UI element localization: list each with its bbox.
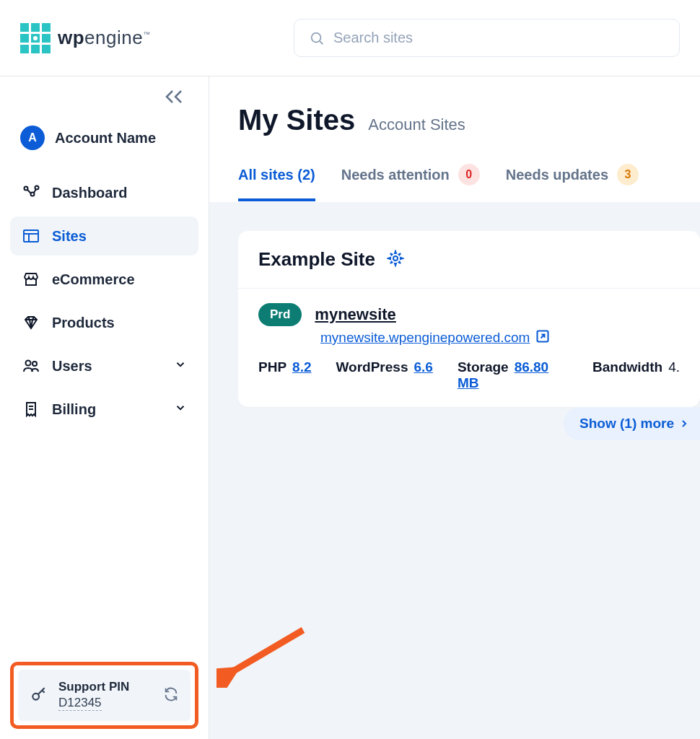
logo[interactable]: wpengine™ — [20, 23, 151, 53]
show-more-button[interactable]: Show (1) more — [564, 407, 700, 440]
sidebar-item-ecommerce[interactable]: eCommerce — [10, 260, 198, 299]
receipt-icon — [22, 400, 40, 419]
sidebar-item-dashboard[interactable]: Dashboard — [10, 173, 198, 212]
svg-rect-7 — [20, 45, 29, 53]
sites-icon — [22, 227, 40, 245]
stat-label-php: PHP — [258, 359, 286, 375]
tab-label: Needs attention — [341, 167, 450, 183]
account-name: Account Name — [55, 130, 156, 147]
svg-line-11 — [320, 41, 323, 44]
stat-value-bandwidth: 4. — [668, 359, 680, 375]
svg-point-22 — [32, 693, 39, 699]
page-subtitle: Account Sites — [368, 115, 465, 134]
collapse-sidebar-button[interactable] — [10, 89, 198, 108]
search-input-wrap[interactable] — [294, 19, 680, 57]
page-title: My Sites — [238, 104, 355, 136]
search-input[interactable] — [333, 30, 665, 46]
storefront-icon — [22, 270, 40, 289]
chevron-down-icon — [174, 358, 187, 375]
sidebar-item-label: Billing — [52, 401, 96, 418]
chevron-right-icon — [678, 418, 690, 429]
account-avatar: A — [20, 126, 45, 150]
logo-icon — [20, 23, 51, 53]
sidebar-item-label: Users — [52, 358, 92, 375]
sidebar-item-label: eCommerce — [52, 271, 135, 288]
count-badge: 3 — [617, 164, 639, 185]
stat-label-storage: Storage — [458, 359, 509, 375]
site-card-title: Example Site — [258, 248, 375, 271]
stat-label-bandwidth: Bandwidth — [592, 359, 662, 375]
svg-rect-1 — [31, 23, 40, 32]
nav: Dashboard Sites eCommerce Products — [10, 173, 198, 429]
external-link-icon[interactable] — [535, 329, 550, 346]
support-pin-label: Support PIN — [58, 680, 153, 694]
sidebar-item-label: Products — [52, 315, 115, 331]
svg-rect-3 — [20, 34, 29, 43]
support-pin-value: D12345 — [58, 696, 102, 711]
stat-value-wordpress[interactable]: 6.6 — [414, 359, 432, 375]
tab-all-sites[interactable]: All sites (2) — [238, 164, 315, 201]
sidebar-item-products[interactable]: Products — [10, 303, 198, 342]
key-icon — [30, 685, 48, 707]
refresh-icon[interactable] — [163, 686, 179, 705]
svg-rect-9 — [42, 45, 51, 53]
svg-rect-8 — [31, 45, 40, 53]
account-selector[interactable]: A Account Name — [10, 120, 198, 166]
logo-text: wpengine™ — [58, 27, 151, 49]
content-area: Example Site Prd mynewsite mynewsite.wpe… — [209, 202, 700, 739]
chevron-down-icon — [174, 401, 187, 418]
svg-point-10 — [312, 32, 321, 42]
site-card: Example Site Prd mynewsite mynewsite.wpe… — [238, 231, 700, 407]
sidebar-item-sites[interactable]: Sites — [10, 217, 198, 255]
support-pin-box: Support PIN D12345 — [10, 662, 198, 729]
svg-rect-15 — [24, 230, 38, 242]
search-wrap — [294, 19, 680, 57]
header: wpengine™ — [0, 0, 700, 76]
diamond-icon — [22, 313, 40, 332]
tab-needs-attention[interactable]: Needs attention 0 — [341, 164, 480, 201]
stat-label-wordpress: WordPress — [336, 359, 408, 375]
show-more-label: Show (1) more — [579, 416, 674, 432]
sidebar-item-users[interactable]: Users — [10, 346, 198, 385]
count-badge: 0 — [458, 164, 480, 185]
sidebar: A Account Name Dashboard Sites eC — [0, 76, 209, 739]
site-url-link[interactable]: mynewsite.wpenginepowered.com — [320, 330, 530, 346]
svg-point-19 — [32, 362, 37, 366]
tab-label: Needs updates — [506, 167, 608, 183]
sidebar-item-label: Sites — [52, 228, 87, 245]
chevron-left-double-icon — [164, 89, 185, 104]
svg-point-18 — [26, 361, 31, 366]
main: My Sites Account Sites All sites (2) Nee… — [209, 76, 700, 739]
tab-label: All sites (2) — [238, 167, 315, 183]
users-icon — [22, 357, 40, 375]
svg-point-23 — [393, 256, 398, 261]
sidebar-item-label: Dashboard — [52, 185, 127, 201]
svg-rect-6 — [42, 34, 51, 43]
site-name-link[interactable]: mynewsite — [315, 305, 396, 324]
env-badge: Prd — [258, 303, 302, 326]
svg-point-5 — [33, 36, 38, 40]
stat-value-php[interactable]: 8.2 — [292, 359, 311, 375]
gear-icon[interactable] — [387, 250, 404, 270]
sidebar-item-billing[interactable]: Billing — [10, 390, 198, 429]
svg-point-12 — [25, 187, 28, 191]
dashboard-icon — [22, 183, 40, 202]
tab-needs-updates[interactable]: Needs updates 3 — [506, 164, 639, 201]
support-pin[interactable]: Support PIN D12345 — [18, 670, 191, 721]
site-stats: PHP8.2 WordPress6.6 Storage86.80 MB Band… — [258, 359, 680, 391]
tabs: All sites (2) Needs attention 0 Needs up… — [209, 164, 700, 202]
svg-marker-2 — [42, 23, 51, 32]
search-icon — [309, 30, 325, 46]
svg-rect-0 — [20, 23, 29, 32]
